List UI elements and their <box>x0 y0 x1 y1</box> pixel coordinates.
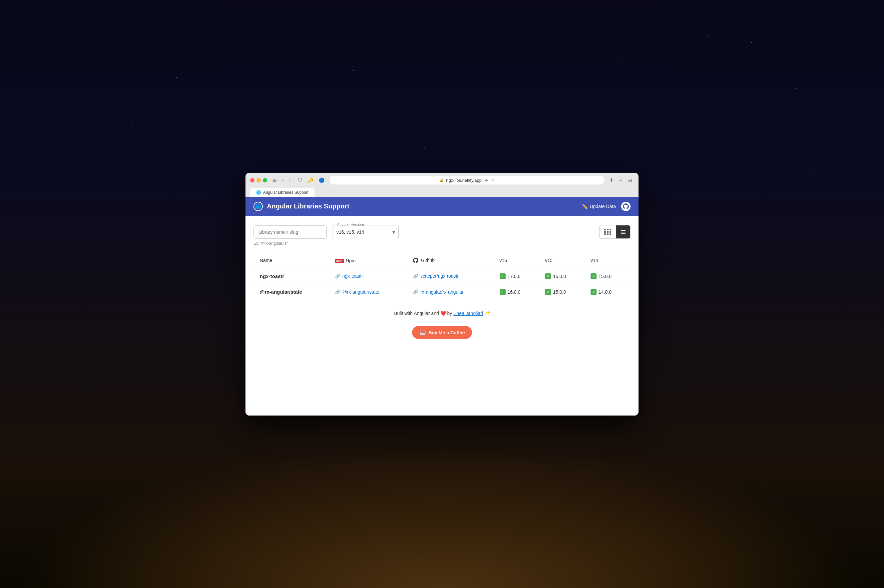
bitwarden-extension-icon[interactable]: 🔑 <box>306 177 315 184</box>
col-header-github: Github <box>407 252 494 268</box>
tab-favicon: 🌐 <box>256 190 261 195</box>
row1-v16: ✓ 17.0.0 <box>494 268 539 284</box>
version-select[interactable]: v16, v15, v14 v16 v15 v14 <box>336 226 395 238</box>
extension-controls: 🛡 🔑 🔵 <box>296 177 326 184</box>
buy-coffee-label: Buy Me a Coffee <box>429 330 465 335</box>
browser-chrome: ⊞ ‹ › 🛡 🔑 🔵 🔒 ngx-libs.netlify.app ⊕ ↻ ⬆… <box>246 173 638 197</box>
search-input[interactable] <box>258 230 322 235</box>
close-button[interactable] <box>250 178 255 183</box>
logo-icon: 🌐 <box>255 203 261 209</box>
sidebar-toggle-button[interactable]: ⊞ <box>271 177 278 184</box>
app-footer: Built with Angular and ❤️ by Enea Jaholl… <box>254 300 630 346</box>
row2-npm: 🔗 @rx-angular/state <box>329 284 407 300</box>
app-title: Angular Libraries Support <box>267 202 350 210</box>
tab-title: Angular Libraries Support <box>263 190 308 195</box>
tab-bar: 🌐 Angular Libraries Support <box>250 188 634 197</box>
author-link[interactable]: Enea Jahollari <box>453 310 483 316</box>
browser-controls: ⊞ ‹ › <box>271 177 292 184</box>
footer-text: Built with Angular and ❤️ by Enea Jaholl… <box>254 310 630 316</box>
coffee-cup-icon: ☕ <box>419 329 426 336</box>
browser-action-buttons: ⬆ + ⊟ <box>608 177 634 184</box>
row2-github: 🔗 rx-angular/rx-angular <box>407 284 494 300</box>
check-icon: ✓ <box>591 289 597 295</box>
traffic-lights <box>250 178 267 183</box>
lock-icon: 🔒 <box>439 178 444 183</box>
browser-window: ⊞ ‹ › 🛡 🔑 🔵 🔒 ngx-libs.netlify.app ⊕ ↻ ⬆… <box>246 173 638 416</box>
new-tab-button[interactable]: + <box>618 177 624 184</box>
back-button[interactable]: ‹ <box>281 177 285 184</box>
buy-coffee-button[interactable]: ☕ Buy Me a Coffee <box>412 326 472 339</box>
list-icon <box>621 230 626 234</box>
col-header-v16: v16 <box>494 252 539 268</box>
check-icon: ✓ <box>591 273 597 279</box>
row1-npm: 🔗 ngx-toastr <box>329 268 407 284</box>
shield-extension-icon[interactable]: 🛡 <box>296 177 304 184</box>
maximize-button[interactable] <box>263 178 267 183</box>
list-view-button[interactable] <box>616 225 630 238</box>
col-header-v15: v15 <box>539 252 585 268</box>
libraries-table: Name npm Npm Github <box>254 252 630 300</box>
row2-v15: ✓ 15.0.0 <box>539 284 585 300</box>
filter-row: Angular Versions v16, v15, v14 v16 v15 v… <box>254 225 630 239</box>
other-extension-icon[interactable]: 🔵 <box>317 177 326 184</box>
app-body: Angular Versions v16, v15, v14 v16 v15 v… <box>246 216 638 416</box>
reader-mode-icon: ⊕ <box>485 178 488 183</box>
app-header: 🌐 Angular Libraries Support ✏️ Update Da… <box>246 197 638 216</box>
col-header-npm: npm Npm <box>329 252 407 268</box>
table-header-row: Name npm Npm Github <box>254 252 630 268</box>
row1-v14: ✓ 15.0.0 <box>585 268 630 284</box>
header-right: ✏️ Update Data <box>582 202 630 211</box>
minimize-button[interactable] <box>257 178 261 183</box>
check-icon: ✓ <box>545 273 551 279</box>
grid-view-button[interactable] <box>600 225 616 238</box>
check-icon: ✓ <box>545 289 551 295</box>
view-toggle <box>599 225 630 239</box>
table-row: ngx-toastr 🔗 ngx-toastr 🔗 scttcper/ngx-t… <box>254 268 630 284</box>
row1-name: ngx-toastr <box>254 268 329 284</box>
npm-logo: npm <box>335 259 344 263</box>
header-left: 🌐 Angular Libraries Support <box>254 202 350 211</box>
app-logo: 🌐 <box>254 202 263 211</box>
link-icon: 🔗 <box>413 274 418 279</box>
check-icon: ✓ <box>500 273 506 279</box>
col-header-name: Name <box>254 252 329 268</box>
check-icon: ✓ <box>500 289 506 295</box>
update-data-button[interactable]: ✏️ Update Data <box>582 204 616 209</box>
link-icon: 🔗 <box>335 274 341 279</box>
active-tab[interactable]: 🌐 Angular Libraries Support <box>250 188 314 197</box>
col-header-v14: v14 <box>585 252 630 268</box>
forward-button[interactable]: › <box>287 177 293 184</box>
row2-v16: ✓ 16.0.0 <box>494 284 539 300</box>
share-button[interactable]: ⬆ <box>608 177 615 184</box>
github-col-icon <box>413 258 418 263</box>
tab-overview-button[interactable]: ⊟ <box>627 177 634 184</box>
update-data-label: Update Data <box>590 204 616 209</box>
row1-github: 🔗 scttcper/ngx-toastr <box>407 268 494 284</box>
url-text: ngx-libs.netlify.app <box>446 178 482 183</box>
refresh-icon[interactable]: ↻ <box>491 178 495 183</box>
grid-icon <box>604 229 612 235</box>
search-hint: Ex. @rx-angular/isr <box>254 241 630 246</box>
table-row: @rx-angular/state 🔗 @rx-angular/state 🔗 … <box>254 284 630 300</box>
version-select-wrap[interactable]: Angular Versions v16, v15, v14 v16 v15 v… <box>332 225 399 239</box>
address-bar[interactable]: 🔒 ngx-libs.netlify.app ⊕ ↻ <box>330 176 603 184</box>
github-header-icon[interactable] <box>621 202 630 211</box>
version-label: Angular Versions <box>336 222 366 226</box>
search-input-wrap[interactable] <box>254 225 327 239</box>
link-icon: 🔗 <box>413 290 418 294</box>
link-icon: 🔗 <box>335 290 341 294</box>
row2-name: @rx-angular/state <box>254 284 329 300</box>
pencil-icon: ✏️ <box>582 204 588 209</box>
row1-v15: ✓ 16.0.0 <box>539 268 585 284</box>
row2-v14: ✓ 14.0.0 <box>585 284 630 300</box>
